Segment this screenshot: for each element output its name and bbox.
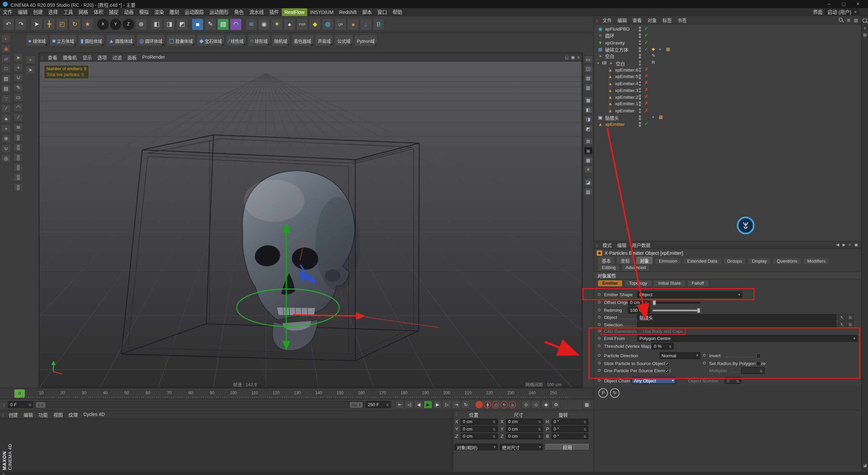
left-tool-pen-mini[interactable]: ✎ xyxy=(13,83,23,92)
stepper-icon[interactable]: ⇅ xyxy=(584,427,586,431)
material-area[interactable]: MAXON CINEMA 4D xyxy=(0,419,453,472)
filter-icon[interactable]: ≣ xyxy=(847,17,851,22)
timeline-tick[interactable]: 100 xyxy=(230,391,237,396)
toolbar-redo-button[interactable]: ↷ xyxy=(15,18,27,30)
timeline-tick[interactable]: 200 xyxy=(443,391,450,396)
left-tool-plane-tool[interactable]: ▭ xyxy=(13,93,23,102)
phong-tag-icon[interactable]: ◖ xyxy=(652,115,654,120)
enable-cross-icon[interactable]: ✗ xyxy=(644,94,648,99)
toolbar-subdivision-surface-button[interactable]: ▧ xyxy=(217,18,229,30)
object-row[interactable]: ▲xpEmitter✗ xyxy=(594,107,862,114)
cloth-tag-icon[interactable]: ◆ xyxy=(652,46,655,52)
toolbar-undo-button[interactable]: ↶ xyxy=(2,18,15,30)
next-key-button[interactable]: ▷ xyxy=(442,400,451,408)
menu-item-体积[interactable]: 体积 xyxy=(91,8,106,16)
timeline-tick[interactable]: 180 xyxy=(400,391,407,396)
toolbar-material-ball-button[interactable]: ● xyxy=(283,18,296,30)
visibility-dot-render[interactable] xyxy=(639,104,641,107)
menu-item-编辑[interactable]: 编辑 xyxy=(15,8,31,16)
coord-field-位置-Z[interactable]: 0 cm⇅ xyxy=(460,433,497,439)
menu-item-标签[interactable]: 标签 xyxy=(659,16,674,24)
subtab-Emitter[interactable]: Emitter xyxy=(597,280,623,287)
animation-settings-button[interactable]: ⚙ xyxy=(552,400,560,408)
panel-grip-icon[interactable]: ⣿ xyxy=(0,413,6,416)
left-tool-axis-plus[interactable]: + xyxy=(25,55,35,64)
subtab-Falloff[interactable]: Falloff xyxy=(687,280,709,287)
vp-tool-6[interactable]: ◧ xyxy=(584,106,593,114)
menu-item-模拟[interactable]: 模拟 xyxy=(136,8,152,16)
anim-dot-icon[interactable] xyxy=(598,323,600,326)
menu-item-编辑[interactable]: 编辑 xyxy=(614,241,629,248)
visibility-dots[interactable] xyxy=(639,27,641,32)
menu-item-编辑[interactable]: 编辑 xyxy=(615,16,630,24)
path-icon[interactable]: ▤ xyxy=(854,17,858,22)
nav-back-icon[interactable]: ◀ xyxy=(836,243,839,247)
object-row[interactable]: ▲xpEmitter.6✗ xyxy=(594,66,862,73)
object-row[interactable]: ▲xpEmitter.3✗ xyxy=(594,87,862,94)
visibility-dot-render[interactable] xyxy=(639,36,641,38)
menu-item-ProRender[interactable]: ProRender xyxy=(139,53,167,61)
anim-dot-icon[interactable] xyxy=(598,308,600,311)
visibility-dot-render[interactable] xyxy=(639,30,641,32)
menu-item-创建[interactable]: 创建 xyxy=(30,8,45,16)
visibility-dot-editor[interactable] xyxy=(639,74,641,76)
timeline-tick[interactable]: 150 xyxy=(337,391,343,396)
menu-item-渲染[interactable]: 渲染 xyxy=(152,8,167,16)
left-tool-magnet-tool[interactable]: ∪ xyxy=(13,73,23,82)
pane-layout-icon[interactable]: ▣ xyxy=(571,55,575,60)
stepper-icon[interactable]: ⇅ xyxy=(645,301,648,304)
stepper-icon[interactable]: ⇅ xyxy=(493,434,495,438)
tab-Emission[interactable]: Emission xyxy=(654,258,682,265)
toolbar-light-tool-button[interactable]: ☀ xyxy=(271,18,283,30)
titlebar[interactable]: CINEMA 4D R20.059 Studio (RC - R20) - [教… xyxy=(0,0,868,8)
timeline-tick[interactable]: 210 xyxy=(465,391,471,396)
visibility-dots[interactable] xyxy=(639,34,641,38)
visibility-dots[interactable] xyxy=(639,88,641,93)
panel-grip-icon[interactable]: ⣿ xyxy=(594,243,600,247)
left-tool-pattern-3[interactable]: ⣿ xyxy=(13,153,23,162)
toolbar-psr-tool-button[interactable]: PSR xyxy=(296,18,308,30)
menu-item-捕捉[interactable]: 捕捉 xyxy=(106,8,121,16)
toolbar-lock-x-button[interactable]: X xyxy=(97,18,109,30)
visibility-dot-editor[interactable] xyxy=(639,54,641,56)
previous-key-button[interactable]: ◁ xyxy=(405,400,414,408)
range-end-chip[interactable]: 250 F xyxy=(350,402,363,407)
timeline-tick[interactable]: 110 xyxy=(251,391,258,396)
timeline-tick[interactable]: 70 xyxy=(167,391,172,396)
object-chain-dropdown[interactable]: Any Object ▾ xyxy=(632,377,676,384)
left-tool-points-mode[interactable]: ∵ xyxy=(1,94,11,103)
toolbar-camera-tool-button[interactable]: ◉ xyxy=(258,18,270,30)
left-tool-move-mini[interactable]: + xyxy=(13,63,23,72)
timeline-tick[interactable]: 240 xyxy=(529,391,535,396)
selection-field[interactable] xyxy=(637,321,836,328)
menu-item-RealFlow[interactable]: RealFlow xyxy=(282,8,307,16)
stepper-icon[interactable]: ⇅ xyxy=(584,420,586,424)
toolbar-lock-y-button[interactable]: Y xyxy=(110,18,122,30)
left-tool-viewport-solo[interactable]: ◎ xyxy=(1,154,11,163)
tab-Modifiers[interactable]: Modifiers xyxy=(803,258,830,265)
anim-dot-icon[interactable] xyxy=(598,337,600,340)
vp-tool-8[interactable]: ◩ xyxy=(584,125,593,132)
menu-item-文件[interactable]: 文件 xyxy=(600,16,615,24)
tab-Display[interactable]: Display xyxy=(748,258,771,265)
panel-options-icon[interactable]: ▣ xyxy=(854,243,858,247)
visibility-dots[interactable] xyxy=(639,54,641,59)
menu-item-网格[interactable]: 网格 xyxy=(76,8,91,16)
menu-item-工具[interactable]: 工具 xyxy=(61,8,76,16)
pane-menu-icon[interactable]: ≡ xyxy=(577,55,579,60)
target-selection-icon[interactable]: ⊙ xyxy=(847,321,854,328)
left-tool-pattern-5[interactable]: ⣿ xyxy=(13,173,23,182)
coord-field-旋转-B[interactable]: 0 °⇅ xyxy=(551,433,588,439)
dock-icon[interactable]: ◪ xyxy=(863,463,867,468)
powerslider-options-button[interactable]: ▦ xyxy=(583,400,591,408)
field-chip-随机域[interactable]: 随机域 xyxy=(272,34,290,46)
field-chip-Python域[interactable]: Python域 xyxy=(354,34,378,46)
object-row[interactable]: ▦破碎立方体✓◆●▩ xyxy=(594,46,862,53)
field-chip-宝石体域[interactable]: ◆宝石体域 xyxy=(197,34,225,46)
multiplier-field[interactable]: ⇅ xyxy=(741,367,765,374)
visibility-dot-editor[interactable] xyxy=(639,122,641,124)
menu-item-插件[interactable]: 插件 xyxy=(267,8,282,16)
menu-item-显示[interactable]: 显示 xyxy=(80,53,95,61)
range-start-chip[interactable]: 0 F xyxy=(36,402,45,407)
tab-坐标[interactable]: 坐标 xyxy=(616,256,634,265)
